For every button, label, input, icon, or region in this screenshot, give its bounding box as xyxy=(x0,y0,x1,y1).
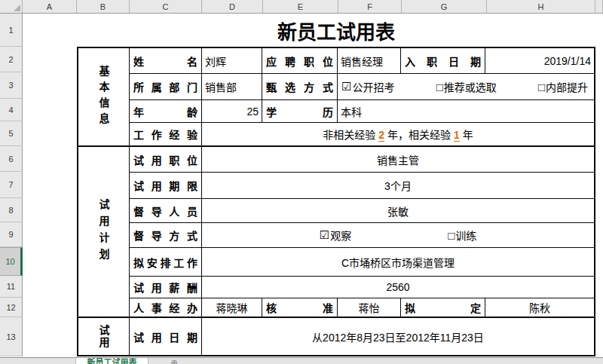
cell-selection-options[interactable]: ☑公开招考 □推荐或选取 □内部提升 xyxy=(338,74,594,100)
corner-triangle-icon xyxy=(14,5,20,11)
cell-education-label[interactable]: 学历 xyxy=(262,100,338,123)
cell-dept-label[interactable]: 所属部门 xyxy=(130,74,202,100)
column-header-a[interactable]: A xyxy=(23,0,77,13)
sheet-tab-bar: 新员工试用表 ⊕ xyxy=(0,357,603,364)
cell-entry-date-label[interactable]: 入职日期 xyxy=(401,48,485,74)
cell-experience-value[interactable]: 非相关经验2年，相关经验1年 xyxy=(202,123,594,147)
cell-education-value[interactable]: 本科 xyxy=(338,100,594,123)
row-header-12[interactable]: 12 xyxy=(0,298,23,317)
column-header-b[interactable]: B xyxy=(77,0,130,13)
cell-dept-value[interactable]: 销售部 xyxy=(202,74,262,100)
row-header-bar: 1 2 3 4 5 6 7 8 9 10 11 12 13 xyxy=(0,14,23,356)
column-header-h[interactable]: H xyxy=(487,0,595,13)
row-header-8[interactable]: 8 xyxy=(0,198,23,222)
select-all-corner[interactable] xyxy=(0,0,23,13)
cell-entry-date-value[interactable]: 2019/1/14 xyxy=(485,48,594,74)
cell-draft-label[interactable]: 拟定 xyxy=(401,298,485,318)
row-header-10-selected[interactable]: 10 xyxy=(0,247,23,276)
row-header-13[interactable]: 13 xyxy=(0,317,23,356)
cell-trial-position-label[interactable]: 试用职位 xyxy=(130,147,202,173)
option-observe[interactable]: ☑观察 xyxy=(320,228,351,243)
spreadsheet: A B C D E F G H 1 2 3 4 5 6 7 8 9 10 11 … xyxy=(0,0,603,364)
row-header-9[interactable]: 9 xyxy=(0,222,23,247)
cell-applied-value[interactable]: 销售经理 xyxy=(338,48,401,74)
cell-name-value[interactable]: 刘辉 xyxy=(202,48,262,74)
column-header-g[interactable]: G xyxy=(402,0,487,13)
column-header-c[interactable]: C xyxy=(130,0,202,13)
option-internal-promotion[interactable]: □内部提升 xyxy=(538,79,588,94)
cell-method-label[interactable]: 督导方式 xyxy=(130,223,202,248)
row-header-7[interactable]: 7 xyxy=(0,172,23,198)
column-header-d[interactable]: D xyxy=(202,0,263,13)
column-header-bar: A B C D E F G H xyxy=(0,0,603,14)
cell-work-plan-value[interactable]: C市埇桥区市场渠道管理 xyxy=(202,248,594,277)
row-header-6[interactable]: 6 xyxy=(0,146,23,172)
checkbox-checked-icon: ☑ xyxy=(320,228,329,242)
row-header-3[interactable]: 3 xyxy=(0,72,23,99)
section-trial[interactable]: 试用 xyxy=(78,318,130,355)
checkbox-checked-icon: ☑ xyxy=(341,80,351,93)
column-header-f[interactable]: F xyxy=(338,0,402,13)
trial-form-table: 基本信息 试用计划 试用 姓名 刘辉 应聘职位 销售经理 入职日期 2019/1… xyxy=(77,47,595,356)
cell-approve-label[interactable]: 核准 xyxy=(262,298,338,318)
cell-selection-label[interactable]: 甄选方式 xyxy=(262,74,338,100)
cell-method-options[interactable]: ☑观察 □训练 xyxy=(202,223,594,248)
section-trial-plan[interactable]: 试用计划 xyxy=(78,147,130,318)
form-title: 新员工试用表 xyxy=(277,17,395,44)
cell-age-value[interactable]: 25 xyxy=(202,100,262,123)
option-open-recruitment[interactable]: ☑公开招考 xyxy=(341,79,394,94)
cell-draft-value[interactable]: 陈秋 xyxy=(485,298,594,318)
cell-supervisor-label[interactable]: 督导人员 xyxy=(130,199,202,223)
checkbox-unchecked-icon: □ xyxy=(436,81,443,93)
cell-trial-period-value[interactable]: 3个月 xyxy=(202,173,594,199)
option-recommendation[interactable]: □推荐或选取 xyxy=(436,79,497,94)
related-years: 1 xyxy=(451,129,463,141)
checkbox-unchecked-icon: □ xyxy=(538,81,545,93)
unrelated-years: 2 xyxy=(375,129,387,141)
column-header-e[interactable]: E xyxy=(263,0,338,13)
new-sheet-icon[interactable]: ⊕ xyxy=(169,358,179,364)
section-basic-info[interactable]: 基本信息 xyxy=(78,48,130,147)
cell-name-label[interactable]: 姓名 xyxy=(130,48,202,74)
cell-trial-period-label[interactable]: 试用期限 xyxy=(130,173,202,199)
cell-salary-value[interactable]: 2560 xyxy=(202,277,594,298)
cell-salary-label[interactable]: 试用薪酬 xyxy=(130,277,202,298)
cell-approve-value[interactable]: 蒋怡 xyxy=(338,298,401,318)
row-header-4[interactable]: 4 xyxy=(0,99,23,121)
column-header-partial[interactable] xyxy=(595,0,603,13)
option-training[interactable]: □训练 xyxy=(448,228,476,243)
sheet-tab-active[interactable]: 新员工试用表 xyxy=(75,358,148,364)
checkbox-unchecked-icon: □ xyxy=(448,229,455,242)
cell-supervisor-value[interactable]: 张敏 xyxy=(202,199,594,223)
row-header-11[interactable]: 11 xyxy=(0,276,23,298)
row-header-2[interactable]: 2 xyxy=(0,47,23,72)
row-header-1[interactable]: 1 xyxy=(0,14,23,47)
form-title-cell[interactable]: 新员工试用表 xyxy=(77,14,595,47)
cell-trial-date-label[interactable]: 试用日期 xyxy=(130,318,202,355)
row-header-5[interactable]: 5 xyxy=(0,121,23,146)
cell-trial-position-value[interactable]: 销售主管 xyxy=(202,147,594,173)
cell-experience-label[interactable]: 工作经验 xyxy=(130,123,202,147)
cell-hr-label[interactable]: 人事经办 xyxy=(130,298,202,318)
cell-trial-date-value[interactable]: 从2012年8月23日至2012年11月23日 xyxy=(202,318,594,355)
cell-applied-label[interactable]: 应聘职位 xyxy=(262,48,338,74)
cell-age-label[interactable]: 年龄 xyxy=(130,100,202,123)
cell-hr-value[interactable]: 蒋晓琳 xyxy=(202,298,262,318)
cell-work-plan-label[interactable]: 拟安排工作 xyxy=(130,248,202,277)
